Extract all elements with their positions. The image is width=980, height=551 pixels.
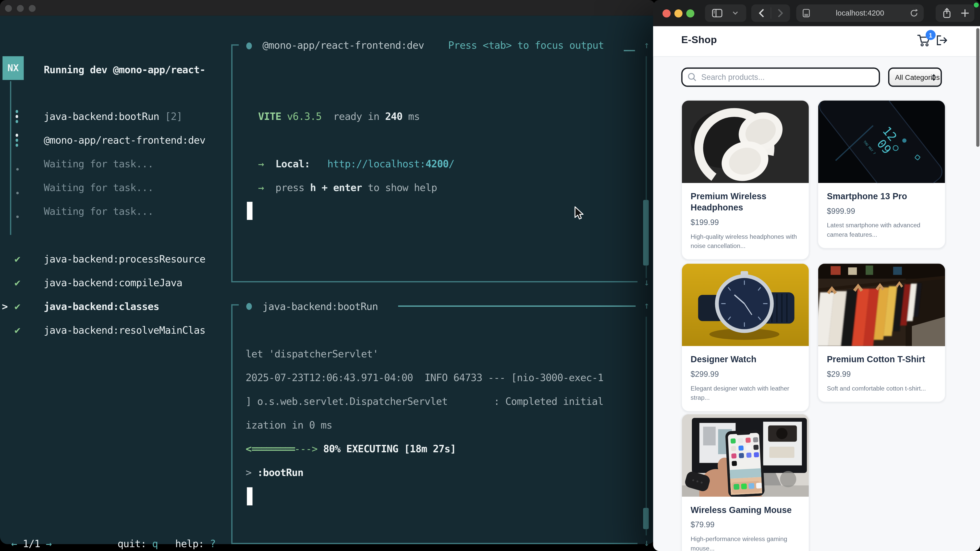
share-icon[interactable] bbox=[942, 7, 951, 19]
cursor-block bbox=[247, 487, 252, 505]
close-button[interactable] bbox=[662, 10, 671, 17]
product-description: High-quality wireless headphones with no… bbox=[690, 232, 800, 251]
task-row: Waiting for task... bbox=[44, 182, 153, 194]
product-description: Soft and comfortable cotton t-shirt... bbox=[827, 384, 936, 393]
task-row: Waiting for task... bbox=[44, 158, 153, 171]
prev-page-arrow: ← bbox=[11, 538, 17, 550]
product-price: $79.99 bbox=[690, 520, 800, 529]
task-row[interactable]: java-backend:processResource bbox=[44, 253, 205, 265]
task-row[interactable]: java-backend:resolveMainClas bbox=[44, 324, 205, 337]
terminal-close-button[interactable] bbox=[5, 5, 12, 12]
next-page-arrow: → bbox=[46, 538, 52, 550]
product-name: Smartphone 13 Pro bbox=[827, 191, 936, 202]
terminal-zoom-button[interactable] bbox=[29, 5, 36, 12]
task-row[interactable]: @mono-app/react-frontend:dev bbox=[44, 135, 205, 147]
check-icon: ✔ bbox=[14, 302, 21, 312]
product-image-tshirts bbox=[818, 264, 945, 346]
nav-button-group bbox=[751, 4, 790, 22]
product-description: Elegant designer watch with leather stra… bbox=[690, 384, 800, 402]
box-left-border bbox=[231, 304, 232, 543]
page-scrollbar-thumb[interactable] bbox=[976, 28, 979, 147]
waiting-dot-icon bbox=[16, 168, 19, 171]
task-row[interactable]: java-backend:compileJava bbox=[44, 277, 182, 289]
address-bar[interactable]: localhost:4200 bbox=[796, 4, 924, 22]
log-line: let 'dispatcherServlet' bbox=[245, 348, 378, 360]
desktop: NX Running dev @mono-app/react- java-bac… bbox=[0, 0, 980, 551]
scrollbar-track[interactable] bbox=[646, 317, 647, 535]
divider bbox=[771, 7, 771, 19]
log-line: 2025-07-23T12:06:43.971-04:00 INFO 64733… bbox=[245, 372, 603, 384]
product-name: Premium Cotton T-Shirt bbox=[827, 354, 936, 365]
caret-icon: > bbox=[2, 300, 8, 313]
mouse-cursor-icon bbox=[574, 206, 584, 220]
localhost-link[interactable]: http://localhost:4200/ bbox=[310, 158, 454, 170]
chevron-down-icon[interactable] bbox=[732, 11, 738, 15]
terminal-titlebar[interactable] bbox=[0, 0, 655, 16]
keyboard-hints: quit: q help: ? bbox=[118, 538, 215, 551]
terminal-minimize-button[interactable] bbox=[17, 5, 24, 12]
scroll-up-icon[interactable]: ↑ bbox=[644, 300, 649, 311]
task-bullet-icon bbox=[246, 43, 252, 49]
task-row[interactable]: java-backend:bootRun [2] bbox=[44, 110, 182, 123]
product-description: Latest smartphone with advanced camera f… bbox=[827, 221, 936, 239]
terminal-body[interactable]: NX Running dev @mono-app/react- java-bac… bbox=[0, 16, 655, 544]
waiting-dot-icon bbox=[16, 192, 19, 194]
product-image-headphones bbox=[682, 100, 809, 183]
check-icon: ✔ bbox=[14, 278, 21, 288]
url-text[interactable]: localhost:4200 bbox=[796, 9, 924, 17]
terminal-run-title: Running dev @mono-app/react- bbox=[44, 64, 205, 76]
terminal-window[interactable]: NX Running dev @mono-app/react- java-bac… bbox=[0, 0, 655, 544]
output-box-title: java-backend:bootRun bbox=[262, 300, 378, 313]
scrollbar-thumb[interactable] bbox=[643, 508, 649, 529]
product-card[interactable]: Premium Wireless Headphones $199.99 High… bbox=[681, 100, 809, 260]
scroll-up-icon[interactable]: ↑ bbox=[644, 39, 649, 51]
shop-header: E-Shop 1 bbox=[653, 26, 980, 57]
shop-brand: E-Shop bbox=[681, 35, 717, 46]
pager-status: ← 1/1 → bbox=[11, 538, 52, 551]
cart-badge: 1 bbox=[926, 30, 935, 40]
product-image-smartphone: 1209THU MAY 7 bbox=[818, 100, 945, 183]
nx-logo-badge: NX bbox=[3, 56, 24, 80]
product-image-phone-in-hand bbox=[682, 414, 809, 497]
product-card[interactable]: Premium Cotton T-Shirt $29.99 Soft and c… bbox=[818, 263, 945, 402]
eshop-page: E-Shop 1 All Categories bbox=[653, 26, 980, 551]
product-price: $999.99 bbox=[827, 207, 936, 216]
search-input[interactable] bbox=[681, 67, 880, 87]
product-name: Designer Watch bbox=[690, 354, 800, 365]
cursor-block bbox=[247, 202, 252, 220]
header-dash bbox=[624, 50, 635, 51]
logout-icon[interactable] bbox=[936, 35, 948, 46]
refresh-icon[interactable] bbox=[910, 9, 918, 17]
spinner-icon bbox=[16, 134, 19, 147]
category-select[interactable]: All Categories bbox=[888, 67, 942, 87]
waiting-dot-icon bbox=[16, 216, 19, 218]
gradle-progress-line: <=========---> 80% EXECUTING [18m 27s] bbox=[245, 443, 456, 455]
scrollbar-thumb[interactable] bbox=[643, 200, 649, 265]
new-tab-icon[interactable] bbox=[961, 9, 969, 17]
product-card[interactable]: Designer Watch $299.99 Elegant designer … bbox=[681, 263, 809, 412]
task-row-selected[interactable]: java-backend:classes bbox=[44, 300, 159, 313]
product-price: $199.99 bbox=[690, 218, 800, 227]
product-image-watch bbox=[682, 264, 809, 346]
log-line: ization in 0 ms bbox=[245, 419, 332, 432]
product-card[interactable]: Wireless Gaming Mouse $79.99 High-perfor… bbox=[681, 413, 809, 551]
log-line: ] o.s.web.servlet.DispatcherServlet : Co… bbox=[245, 395, 603, 408]
sidebar-icon[interactable] bbox=[712, 9, 722, 17]
gradle-prompt-line: > :bootRun bbox=[245, 467, 303, 479]
box-bottom-border bbox=[231, 281, 638, 283]
forward-icon[interactable] bbox=[778, 9, 783, 17]
focus-hint: Press <tab> to focus output bbox=[448, 39, 604, 52]
zoom-button[interactable] bbox=[686, 10, 694, 17]
box-bottom-border bbox=[231, 543, 638, 544]
task-row: Waiting for task... bbox=[44, 206, 153, 218]
product-card[interactable]: 1209THU MAY 7 Smartphone 13 Pro $999.99 … bbox=[818, 100, 945, 249]
select-arrows-icon bbox=[931, 74, 936, 81]
vite-ready-line: VITE v6.3.5 ready in 240 ms bbox=[258, 110, 420, 123]
product-price: $299.99 bbox=[690, 370, 800, 379]
minimize-button[interactable] bbox=[674, 10, 682, 17]
scroll-down-icon[interactable]: ↓ bbox=[644, 277, 649, 288]
scroll-down-icon[interactable]: ↓ bbox=[644, 537, 649, 548]
back-icon[interactable] bbox=[759, 9, 764, 17]
safari-window[interactable]: localhost:4200 E-Shop bbox=[653, 0, 980, 551]
product-name: Premium Wireless Headphones bbox=[690, 191, 800, 213]
